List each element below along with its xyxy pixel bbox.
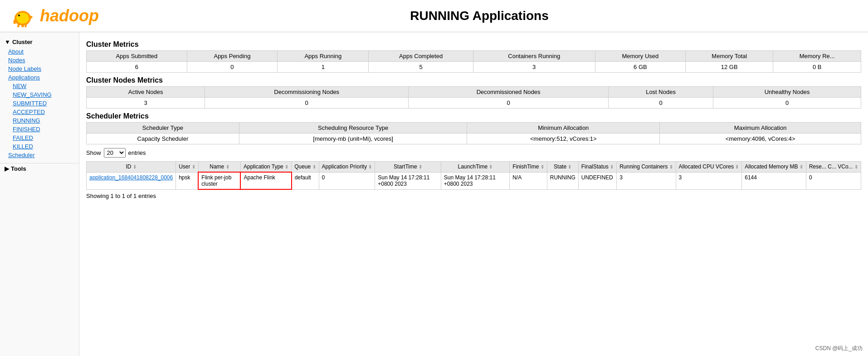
sort-icon-memory: ⇕ (800, 164, 803, 169)
sidebar-item-new-saving[interactable]: NEW_SAVING (0, 90, 79, 99)
th-alloc-memory[interactable]: Allocated Memory MB ⇕ (742, 162, 806, 173)
th-name[interactable]: Name ⇕ (198, 162, 240, 173)
sidebar-item-node-labels[interactable]: Node Labels (0, 64, 79, 73)
cell-start-time: Sun May 14 17:28:11 +0800 2023 (375, 172, 441, 189)
sm-header-1: Scheduling Resource Type (239, 123, 467, 134)
cm-header-0: Apps Submitted (87, 51, 187, 62)
cm-val-7: 0 B (773, 62, 861, 73)
th-final-status[interactable]: FinalStatus ⇕ (578, 162, 616, 173)
sort-icon-id: ⇕ (133, 164, 137, 169)
cluster-nodes-table: Active Nodes Decommissioning Nodes Decom… (86, 86, 861, 109)
cluster-arrow-icon: ▼ (5, 39, 10, 45)
tools-label: Tools (11, 165, 26, 172)
cm-header-7: Memory Re... (773, 51, 861, 62)
sort-icon-reserved: ⇕ (854, 164, 858, 169)
cluster-metrics-table: Apps Submitted Apps Pending Apps Running… (86, 50, 861, 73)
cell-finish-time: N/A (510, 172, 547, 189)
cluster-nodes-title: Cluster Nodes Metrics (86, 76, 861, 84)
sm-val-3: <memory:4096, vCores:4> (660, 134, 861, 144)
page-title: RUNNING Applications (100, 9, 859, 23)
sidebar-item-applications[interactable]: Applications (0, 73, 79, 82)
sidebar-item-killed[interactable]: KILLED (0, 142, 79, 151)
sidebar-item-scheduler[interactable]: Scheduler (0, 151, 79, 159)
sidebar-item-about[interactable]: About (0, 47, 79, 56)
cluster-header[interactable]: ▼ Cluster (0, 37, 79, 47)
cell-launch-time: Sun May 14 17:28:11 +0800 2023 (441, 172, 509, 189)
cell-alloc-memory: 6144 (742, 172, 806, 189)
sort-icon-queue: ⇕ (312, 164, 316, 169)
sort-icon-finish: ⇕ (541, 164, 544, 169)
th-priority[interactable]: Application Priority ⇕ (319, 162, 375, 173)
cm-val-4: 3 (473, 62, 595, 73)
content-area: Cluster Metrics Apps Submitted Apps Pend… (79, 32, 868, 356)
cn-val-3: 0 (609, 98, 713, 109)
th-alloc-cpu[interactable]: Allocated CPU VCores ⇕ (676, 162, 742, 173)
cm-val-1: 0 (187, 62, 278, 73)
entries-select[interactable]: 10 20 50 100 (104, 148, 126, 158)
th-running-containers[interactable]: Running Containers ⇕ (617, 162, 676, 173)
table-row: application_1684041808228_0006hpskFlink … (87, 172, 861, 189)
logo-text: hadoop (40, 6, 99, 25)
sort-icon-name: ⇕ (226, 164, 229, 169)
sort-icon-start: ⇕ (419, 164, 422, 169)
sidebar-item-running[interactable]: RUNNING (0, 116, 79, 125)
cell-id[interactable]: application_1684041808228_0006 (87, 172, 176, 189)
cell-user: hpsk (176, 172, 199, 189)
cn-val-2: 0 (409, 98, 609, 109)
cell-reserved: 0 (806, 172, 861, 189)
th-id[interactable]: ID ⇕ (87, 162, 176, 173)
th-launch-time[interactable]: LaunchTime ⇕ (441, 162, 509, 173)
cell-final-status: UNDEFINED (578, 172, 616, 189)
show-entries-control: Show 10 20 50 100 entries (86, 148, 861, 158)
th-user[interactable]: User ⇕ (176, 162, 199, 173)
cluster-metrics-title: Cluster Metrics (86, 40, 861, 49)
sidebar-item-finished[interactable]: FINISHED (0, 125, 79, 134)
cn-header-4: Unhealthy Nodes (713, 87, 861, 98)
cell-state: RUNNING (547, 172, 578, 189)
scheduler-metrics-table: Scheduler Type Scheduling Resource Type … (86, 122, 861, 144)
cm-header-4: Containers Running (473, 51, 595, 62)
sort-icon-containers: ⇕ (669, 164, 673, 169)
th-reserved[interactable]: Rese... C... VCo... ⇕ (806, 162, 861, 173)
cm-val-3: 5 (369, 62, 473, 73)
sm-header-0: Scheduler Type (87, 123, 239, 134)
cm-header-5: Memory Used (595, 51, 686, 62)
cell-priority: 0 (319, 172, 375, 189)
tools-header[interactable]: ▶ Tools (0, 163, 79, 174)
th-start-time[interactable]: StartTime ⇕ (375, 162, 441, 173)
tools-arrow-icon: ▶ (5, 165, 9, 172)
sort-icon-state: ⇕ (568, 164, 571, 169)
th-state[interactable]: State ⇕ (547, 162, 578, 173)
footer-showing: Showing 1 to 1 of 1 entries (86, 190, 861, 202)
sm-val-1: [memory-mb (unit=Mi), vcores] (239, 134, 467, 144)
th-app-type[interactable]: Application Type ⇕ (240, 162, 291, 173)
cm-header-1: Apps Pending (187, 51, 278, 62)
cm-val-2: 1 (278, 62, 369, 73)
cm-val-6: 12 GB (686, 62, 773, 73)
main-layout: ▼ Cluster About Nodes Node Labels Applic… (0, 32, 868, 356)
sidebar-item-new[interactable]: NEW (0, 82, 79, 90)
entries-label: entries (128, 149, 146, 156)
logo-area: hadoop (9, 5, 100, 27)
svg-point-2 (18, 15, 20, 16)
th-queue[interactable]: Queue ⇕ (292, 162, 319, 173)
applications-table: ID ⇕ User ⇕ Name ⇕ Application Type ⇕ Qu… (86, 161, 861, 190)
sidebar-item-failed[interactable]: FAILED (0, 134, 79, 142)
sort-icon-cpu: ⇕ (735, 164, 739, 169)
sidebar-item-nodes[interactable]: Nodes (0, 56, 79, 64)
show-label: Show (86, 149, 101, 156)
cm-val-0: 6 (87, 62, 187, 73)
sort-icon-final: ⇕ (610, 164, 614, 169)
cn-val-1: 0 (205, 98, 409, 109)
cell-name: Flink per-job cluster (198, 172, 240, 189)
sidebar-item-accepted[interactable]: ACCEPTED (0, 108, 79, 116)
cm-header-6: Memory Total (686, 51, 773, 62)
scheduler-metrics-title: Scheduler Metrics (86, 112, 861, 120)
cm-header-3: Apps Completed (369, 51, 473, 62)
sort-icon-user: ⇕ (192, 164, 195, 169)
th-finish-time[interactable]: FinishTime ⇕ (510, 162, 547, 173)
cm-header-2: Apps Running (278, 51, 369, 62)
cn-val-4: 0 (713, 98, 861, 109)
cm-val-5: 6 GB (595, 62, 686, 73)
sidebar-item-submitted[interactable]: SUBMITTED (0, 99, 79, 108)
